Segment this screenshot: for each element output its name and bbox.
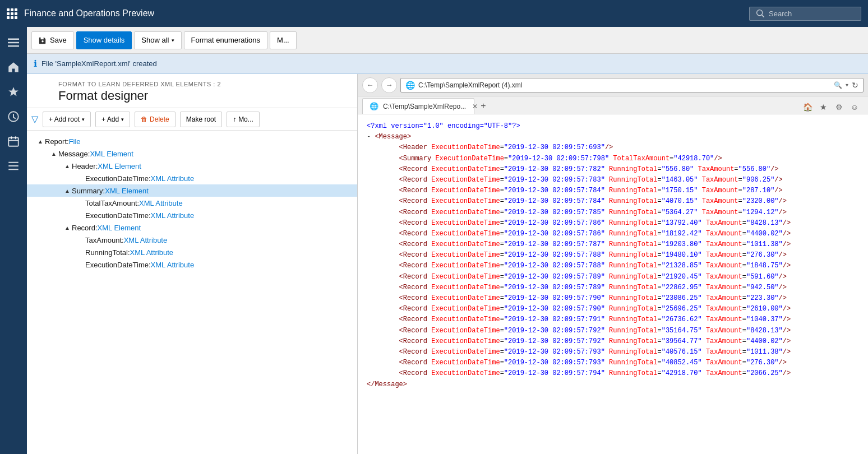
tree-item[interactable]: ▲Record: XML Element [27,221,357,234]
refresh-icon[interactable]: ↻ [852,81,858,90]
tree-item-label: Message: [58,150,90,158]
xml-line: <Record ExecutionDateTime="2019-12-30 02… [367,304,859,314]
sidebar-item-star[interactable] [2,81,25,103]
sidebar-item-list[interactable] [2,155,25,177]
address-text: C:\Temp\SampleXmlReport (4).xml [418,81,522,89]
show-all-button[interactable]: Show all ▾ [134,31,181,49]
designer-subtitle: FORMAT TO LEARN DEFERRED XML ELEMENTS : … [58,81,348,87]
xml-line: <Record ExecutionDateTime="2019-12-30 02… [367,368,859,379]
browser-toolbar: ← → 🌐 C:\Temp\SampleXmlReport (4).xml 🔍 … [358,74,868,96]
tree-item-label: Report: [45,137,69,146]
xml-line: <Record ExecutionDateTime="2019-12-30 02… [367,314,859,325]
add-chevron-icon: ▾ [121,117,124,122]
add-root-button[interactable]: + Add root ▾ [43,112,91,127]
browser-tab-1[interactable]: 🌐 C:\Temp\SampleXmlRepo... ✕ [362,98,474,114]
xml-line: <Header ExecutionDateTime="2019-12-30 02… [367,142,859,153]
tree-arrow-icon [76,248,85,257]
tree-item-label: Summary: [72,187,105,195]
chevron-down-icon: ▾ [172,38,174,43]
move-button[interactable]: ↑ Mo... [227,112,260,127]
xml-line: <Record ExecutionDateTime="2019-12-30 02… [367,358,859,368]
browser-address-bar[interactable]: 🌐 C:\Temp\SampleXmlReport (4).xml 🔍 ▾ ↻ [400,78,864,92]
sidebar-item-hamburger[interactable] [2,31,25,54]
tree-item-type: XML Element [105,187,149,195]
tree-arrow-icon: ▲ [63,223,72,232]
star-browser-icon[interactable]: ★ [816,100,830,114]
address-dropdown-icon[interactable]: ▾ [846,82,848,88]
show-details-button[interactable]: Show details [76,31,132,49]
designer-title: Format designer [58,89,348,103]
content-area: Save Show details Show all ▾ Format enum… [27,27,868,454]
trash-icon: 🗑 [141,115,147,123]
tree-item[interactable]: ▲Header: XML Element [27,160,357,172]
tree-item-label: TotalTaxAmount: [85,199,139,207]
settings-browser-icon[interactable]: ⚙ [832,100,846,114]
home-browser-icon[interactable]: 🏠 [801,100,814,114]
tree-item[interactable]: ▲Summary: XML Element [27,184,357,197]
tree-item-label: TaxAmount: [85,236,124,244]
left-panel: FORMAT TO LEARN DEFERRED XML ELEMENTS : … [27,74,358,454]
search-input[interactable] [769,10,847,18]
apps-icon[interactable] [7,8,17,19]
save-button[interactable]: Save [31,31,74,49]
xml-line: <Record ExecutionDateTime="2019-12-30 02… [367,196,859,207]
designer-header: FORMAT TO LEARN DEFERRED XML ELEMENTS : … [27,74,357,108]
new-tab-button[interactable]: + [475,98,491,114]
tree-item-label: ExecutionDateTime: [85,261,151,269]
xml-line: - <Message> [367,132,859,142]
tree-arrow-icon: ▲ [63,186,72,195]
filter-icon[interactable]: ▽ [31,114,38,124]
sidebar [0,27,27,454]
more-button[interactable]: M... [270,31,297,49]
info-icon: ℹ [34,58,37,69]
xml-line: <Record ExecutionDateTime="2019-12-30 02… [367,261,859,271]
tree-item[interactable]: RunningTotal: XML Attribute [27,246,357,258]
main-layout: Save Show details Show all ▾ Format enum… [0,27,868,454]
sidebar-item-clock[interactable] [2,105,25,128]
designer-toolbar: ▽ + Add root ▾ + Add ▾ 🗑 Delete Make r [27,108,357,131]
address-search-icon[interactable]: 🔍 [834,81,842,89]
tree-arrow-icon [76,235,85,244]
sidebar-item-calendar[interactable] [2,130,25,152]
xml-line: <Record ExecutionDateTime="2019-12-30 02… [367,336,859,347]
tree-item-type: XML Attribute [151,211,195,220]
xml-line: <Record ExecutionDateTime="2019-12-30 02… [367,326,859,336]
app-title: Finance and Operations Preview [24,8,742,18]
xml-line: <Record ExecutionDateTime="2019-12-30 02… [367,250,859,261]
forward-button[interactable]: → [381,77,397,93]
tree-item-label: Record: [72,224,98,232]
xml-line: <Record ExecutionDateTime="2019-12-30 02… [367,175,859,186]
browser-icon-group: 🏠 ★ ⚙ ☺ [798,100,864,114]
svg-rect-0 [8,39,19,40]
search-bar[interactable] [749,7,861,21]
format-enumerations-button[interactable]: Format enumerations [184,31,268,49]
tree-item[interactable]: ExecutionDateTime: XML Attribute [27,172,357,184]
tree-arrow-icon: ▲ [36,137,45,146]
tree-arrow-icon [76,260,85,269]
tree-item[interactable]: ExecutionDateTime: XML Attribute [27,209,357,221]
tree-item[interactable]: ▲Report: File [27,135,357,147]
add-root-chevron-icon: ▾ [82,117,85,122]
tree-item-type: XML Attribute [130,248,174,257]
tree-item-type: XML Element [98,224,141,232]
xml-line: <Record ExecutionDateTime="2019-12-30 02… [367,164,859,175]
tree-item-type: XML Attribute [151,174,195,183]
tree-arrow-icon: ▲ [63,161,72,170]
tree-item[interactable]: TotalTaxAmount: XML Attribute [27,197,357,209]
tree-item[interactable]: ▲Message: XML Element [27,147,357,160]
xml-line: </Message> [367,379,859,390]
right-panel: ← → 🌐 C:\Temp\SampleXmlReport (4).xml 🔍 … [358,74,868,454]
tab-label: C:\Temp\SampleXmlRepo... [383,103,466,110]
back-button[interactable]: ← [362,77,378,93]
make-root-button[interactable]: Make root [180,112,222,127]
emoji-browser-icon[interactable]: ☺ [848,100,861,114]
tree-container: ▲Report: File▲Message: XML Element▲Heade… [27,131,357,454]
tree-item[interactable]: ExecutionDateTime: XML Attribute [27,258,357,271]
delete-button[interactable]: 🗑 Delete [135,112,176,127]
sidebar-item-home[interactable] [2,56,25,78]
tree-item-type: XML Attribute [151,261,195,269]
add-button[interactable]: + Add ▾ [95,112,130,127]
svg-rect-2 [8,45,19,47]
svg-rect-1 [8,42,19,44]
tree-item[interactable]: TaxAmount: XML Attribute [27,234,357,246]
